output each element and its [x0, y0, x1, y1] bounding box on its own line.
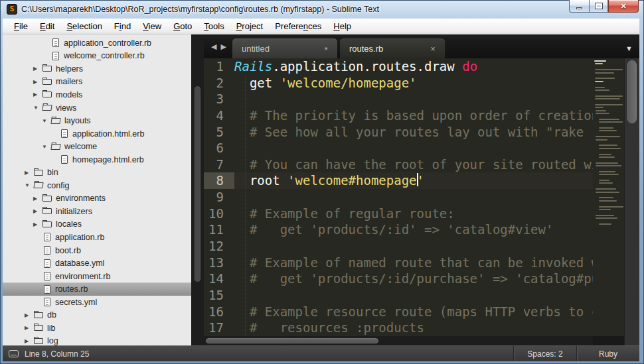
tree-item-database.yml[interactable]: database.yml	[3, 257, 191, 270]
expand-arrow-icon[interactable]: ▶	[25, 170, 34, 176]
tree-item-environment.rb[interactable]: environment.rb	[3, 270, 191, 283]
expand-arrow-icon[interactable]: ▶	[25, 338, 34, 344]
tree-item-locales[interactable]: ▶locales	[3, 218, 191, 231]
sublime-logo-icon: S	[7, 4, 17, 15]
tab-close-icon[interactable]: ×	[430, 44, 436, 54]
minimap-line	[596, 136, 620, 137]
tree-item-label: welcome_controller.rb	[64, 51, 145, 60]
tree-item-config[interactable]: ▼config	[3, 179, 191, 192]
tree-item-log[interactable]: ▶log	[3, 335, 191, 345]
tree-item-boot.rb[interactable]: boot.rb	[3, 244, 191, 257]
tab-overflow-dropdown-icon[interactable]: ▼	[625, 44, 633, 52]
tree-item-application.html.erb[interactable]: application.html.erb	[3, 127, 191, 141]
minimap-line	[599, 154, 611, 155]
expand-arrow-icon[interactable]: ▶	[33, 221, 42, 227]
code-line: 11 # get 'products/:id' => 'catalog#view…	[204, 221, 593, 238]
minimap-line	[595, 87, 605, 88]
folder-open-icon	[50, 118, 60, 124]
expand-arrow-icon[interactable]: ▶	[25, 312, 34, 318]
code-line-text: # The priority is based upon order of cr…	[234, 107, 593, 124]
tree-item-welcome_controller.rb[interactable]: welcome_controller.rb	[3, 50, 191, 63]
expand-arrow-icon[interactable]: ▼	[25, 182, 34, 188]
minimap-line	[596, 217, 617, 219]
tree-item-lib[interactable]: ▶lib	[3, 322, 191, 335]
tab-routes.rb[interactable]: routes.rb×	[340, 38, 445, 58]
menu-edit[interactable]: Edit	[34, 19, 60, 34]
sidebar-file-tree[interactable]: application_controller.rbwelcome_control…	[3, 34, 191, 345]
next-tab-icon[interactable]: ▶	[218, 42, 228, 51]
code-line: 17 # resources :products	[204, 320, 593, 336]
tree-item-application.rb[interactable]: application.rb	[3, 231, 191, 244]
tree-item-mailers[interactable]: ▶mailers	[3, 76, 191, 89]
menu-tools[interactable]: Tools	[198, 19, 230, 34]
tree-item-welcome[interactable]: ▼welcome	[3, 140, 191, 153]
code-region: 1Rails.application.routes.draw do2 get '…	[204, 58, 639, 345]
line-number: 1	[204, 58, 234, 75]
vertical-scrollbar-thumb[interactable]	[627, 60, 637, 123]
folder-icon	[42, 196, 52, 202]
tree-item-label: application_controller.rb	[64, 38, 151, 48]
tree-item-layouts[interactable]: ▼layouts	[3, 114, 191, 127]
tree-item-models[interactable]: ▶models	[3, 88, 191, 101]
minimap[interactable]	[593, 58, 624, 336]
tree-item-helpers[interactable]: ▶helpers	[3, 62, 191, 76]
indentation-setting[interactable]: Spaces: 2	[513, 346, 576, 361]
minimize-button[interactable]	[569, 0, 589, 13]
expand-arrow-icon[interactable]: ▶	[25, 325, 34, 331]
sidebar-scrollbar-thumb[interactable]	[195, 86, 201, 282]
code-token: # Example resource route (maps HTTP verb…	[234, 304, 593, 319]
expand-arrow-icon[interactable]: ▶	[33, 208, 42, 214]
file-icon	[44, 272, 50, 280]
maximize-button[interactable]	[589, 0, 608, 13]
tab-nav: ◀ ▶	[204, 34, 232, 58]
expand-arrow-icon[interactable]: ▶	[33, 91, 42, 97]
tree-item-routes.rb[interactable]: routes.rb	[3, 282, 191, 296]
tree-item-application_controller.rb[interactable]: application_controller.rb	[3, 36, 191, 50]
expand-arrow-icon[interactable]: ▶	[33, 66, 42, 72]
minimap-line	[596, 215, 614, 216]
tree-item-secrets.yml[interactable]: secrets.yml	[3, 296, 191, 309]
vertical-scrollbar[interactable]	[624, 58, 639, 345]
horizontal-scrollbar[interactable]	[204, 336, 593, 345]
expand-arrow-icon[interactable]: ▼	[42, 144, 51, 150]
expand-arrow-icon[interactable]: ▼	[42, 118, 51, 124]
menu-selection[interactable]: Selection	[60, 19, 108, 34]
code-token: # get 'products/:id' => 'catalog#view'	[234, 222, 553, 237]
editor-column: ◀ ▶ untitled●routes.rb× ▼ 1Rails.applica…	[204, 34, 639, 345]
menu-file[interactable]: File	[8, 19, 34, 34]
tree-item-db[interactable]: ▶db	[3, 308, 191, 322]
code-editor[interactable]: 1Rails.application.routes.draw do2 get '…	[204, 58, 593, 336]
tree-item-initializers[interactable]: ▶initializers	[3, 205, 191, 218]
tree-item-label: db	[47, 310, 56, 320]
minimap-line	[599, 197, 613, 198]
tree-item-homepage.html.erb[interactable]: homepage.html.erb	[3, 153, 191, 166]
minimap-line	[599, 148, 621, 149]
expand-arrow-icon[interactable]: ▼	[33, 105, 42, 111]
expand-arrow-icon[interactable]: ▶	[33, 79, 42, 85]
tree-item-bin[interactable]: ▶bin	[3, 166, 191, 179]
menu-goto[interactable]: Goto	[167, 19, 198, 34]
status-panel-icon[interactable]	[9, 350, 19, 357]
expand-arrow-icon[interactable]: ▶	[33, 196, 42, 202]
file-icon	[61, 129, 68, 138]
menu-help[interactable]: Help	[327, 19, 357, 34]
prev-tab-icon[interactable]: ◀	[209, 42, 218, 51]
code-line: 4 # The priority is based upon order of …	[204, 107, 593, 124]
menu-preferences[interactable]: Preferences	[269, 19, 327, 34]
menu-view[interactable]: View	[137, 19, 167, 34]
menu-project[interactable]: Project	[230, 19, 269, 34]
tree-item-environments[interactable]: ▶environments	[3, 192, 191, 206]
line-number: 8	[204, 172, 234, 189]
menu-find[interactable]: Find	[108, 19, 137, 34]
tree-item-label: bin	[47, 168, 58, 177]
tree-item-views[interactable]: ▼views	[3, 101, 191, 115]
tree-item-label: welcome	[64, 142, 97, 151]
code-line: 1Rails.application.routes.draw do	[204, 58, 593, 75]
horizontal-scrollbar-thumb[interactable]	[206, 338, 378, 343]
syntax-setting[interactable]: Ruby	[576, 346, 639, 361]
tab-untitled[interactable]: untitled●	[232, 38, 337, 58]
close-button[interactable]: ✕	[608, 0, 639, 13]
titlebar[interactable]: S C:\Users\maparekh\Desktop\RoR_projects…	[0, 0, 644, 19]
code-token: # See how all your routes lay out with "…	[234, 125, 593, 139]
sidebar-scrollbar[interactable]	[191, 34, 204, 345]
